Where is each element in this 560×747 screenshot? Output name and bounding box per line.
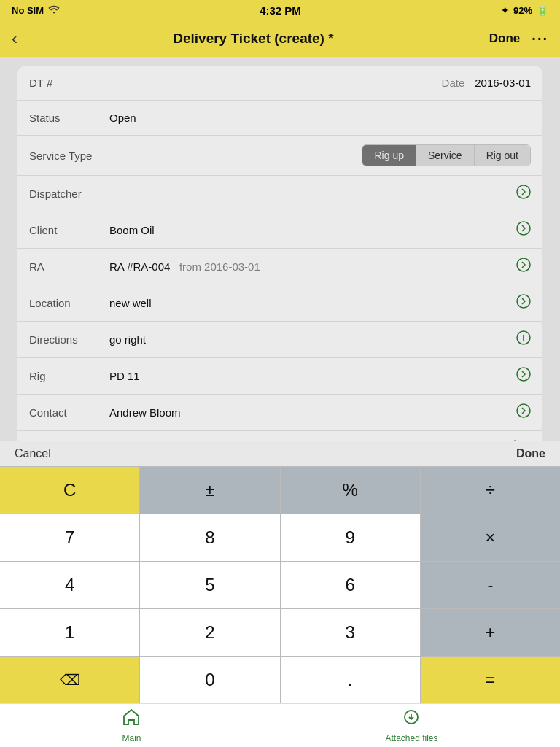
- bluetooth-icon: ✦: [501, 5, 509, 16]
- numpad-done-button[interactable]: Done: [516, 447, 545, 460]
- numpad-toolbar: Cancel Done: [0, 441, 560, 467]
- numpad-key-1[interactable]: 1: [0, 609, 139, 656]
- attached-files-icon: [402, 708, 421, 730]
- more-button[interactable]: ···: [532, 31, 548, 47]
- numpad-key-c[interactable]: C: [0, 467, 139, 514]
- status-right: ✦ 92% 🔋: [501, 5, 548, 16]
- tab-attached-files[interactable]: Attached files: [385, 708, 438, 743]
- numpad-grid: C ± % ÷ 7 8 9 × 4 5 6 - 1 2 3 + ⌫ 0 . =: [0, 467, 560, 703]
- dim-overlay: [0, 57, 560, 473]
- numpad-key-0[interactable]: 0: [140, 657, 279, 703]
- status-left: No SIM: [12, 5, 60, 16]
- numpad-key-plusminus[interactable]: ±: [140, 467, 279, 514]
- numpad-key-3[interactable]: 3: [281, 609, 420, 656]
- numpad-key-6[interactable]: 6: [281, 562, 420, 608]
- numpad-key-7[interactable]: 7: [0, 514, 139, 561]
- battery-icon: 🔋: [537, 5, 548, 16]
- numpad-key-equals[interactable]: =: [421, 657, 560, 703]
- home-icon: [122, 708, 141, 730]
- numpad-key-multiply[interactable]: ×: [421, 514, 560, 561]
- tab-attached-files-label: Attached files: [385, 733, 438, 743]
- done-button[interactable]: Done: [489, 31, 521, 46]
- numpad-key-divide[interactable]: ÷: [421, 467, 560, 514]
- wifi-icon: [48, 5, 60, 16]
- nav-title: Delivery Ticket (create) *: [173, 31, 333, 47]
- numpad-key-8[interactable]: 8: [140, 514, 279, 561]
- numpad-key-9[interactable]: 9: [281, 514, 420, 561]
- carrier-label: No SIM: [12, 5, 44, 16]
- nav-bar: ‹ Delivery Ticket (create) * Done ···: [0, 20, 560, 57]
- numpad-cancel-button[interactable]: Cancel: [15, 447, 51, 460]
- numpad-key-5[interactable]: 5: [140, 562, 279, 608]
- status-bar: No SIM 4:32 PM ✦ 92% 🔋: [0, 0, 560, 20]
- nav-actions: Done ···: [489, 31, 548, 47]
- tab-main[interactable]: Main: [122, 708, 141, 743]
- tab-main-label: Main: [122, 733, 141, 743]
- numpad-key-percent[interactable]: %: [281, 467, 420, 514]
- back-button[interactable]: ‹: [12, 28, 18, 49]
- numpad-key-2[interactable]: 2: [140, 609, 279, 656]
- numpad-key-minus[interactable]: -: [421, 562, 560, 608]
- time-label: 4:32 PM: [260, 4, 301, 17]
- numpad-overlay: Cancel Done C ± % ÷ 7 8 9 × 4 5 6 - 1 2 …: [0, 441, 560, 703]
- numpad-key-backspace[interactable]: ⌫: [0, 657, 139, 703]
- numpad-key-decimal[interactable]: .: [281, 657, 420, 703]
- bottom-bar: Main Attached files: [0, 703, 560, 747]
- battery-label: 92%: [513, 5, 532, 16]
- numpad-key-plus[interactable]: +: [421, 609, 560, 656]
- numpad-key-4[interactable]: 4: [0, 562, 139, 608]
